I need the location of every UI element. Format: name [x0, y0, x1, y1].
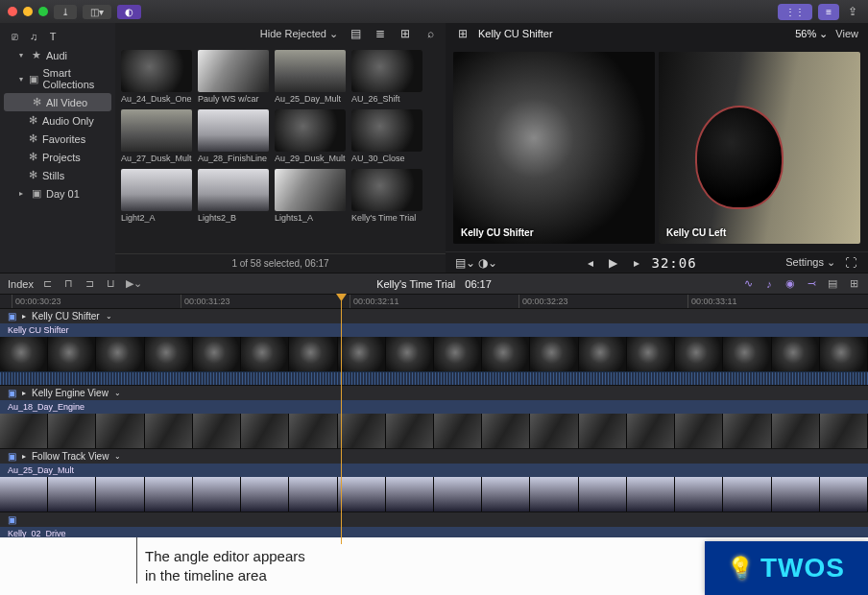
filmstrip-frame — [96, 414, 144, 448]
overwrite-clip-icon[interactable]: ⊔ — [105, 277, 118, 290]
list-view-icon[interactable]: ≣ — [373, 27, 388, 40]
filter-popup[interactable]: Hide Rejected ⌄ — [260, 28, 338, 40]
play-icon[interactable]: ▶ — [606, 256, 621, 270]
sidebar-item-favorites[interactable]: ✻ Favorites — [0, 130, 115, 148]
clip-appearance-icon[interactable]: ▤ — [826, 277, 839, 290]
sidebar-item-all-video[interactable]: ✻ All Video — [4, 93, 111, 111]
clip-item[interactable]: Lights1_A — [275, 169, 346, 223]
clip-tag[interactable]: Au_25_Day_Mult — [0, 464, 868, 477]
clip-item[interactable]: Au_24_Dusk_One — [121, 50, 192, 104]
clip-appearance-icon[interactable]: ⊞ — [398, 27, 413, 40]
clip-tag[interactable]: Kelly CU Shifter — [0, 323, 868, 337]
import-button[interactable]: ⤓ — [54, 5, 77, 19]
chevron-down-icon[interactable]: ⌄ — [114, 389, 121, 397]
clip-tag[interactable]: Au_18_Day_Engine — [0, 400, 868, 414]
fullscreen-window-button[interactable] — [38, 7, 48, 16]
clip-item[interactable]: Au_28_FinishLine — [198, 109, 269, 163]
viewer-angle[interactable]: Kelly CU Left — [659, 52, 860, 244]
titles-icon[interactable]: T — [46, 31, 60, 42]
index-button[interactable]: Index — [8, 278, 34, 290]
track-header[interactable]: ▣▸Follow Track View⌄ — [0, 449, 868, 464]
photos-icon[interactable]: ♫ — [27, 31, 40, 42]
library-icon[interactable]: ⎚ — [8, 31, 21, 42]
monitor-angle-icon[interactable]: ▣ — [8, 311, 16, 321]
track-header[interactable]: ▣▸Kelly CU Shifter⌄ — [0, 309, 868, 323]
clip-thumbnail[interactable] — [198, 50, 269, 92]
clip-thumbnail[interactable] — [121, 169, 192, 211]
layout-button-2[interactable]: ≡ — [818, 4, 839, 20]
clip-thumbnail[interactable] — [121, 109, 192, 152]
clip-thumbnail[interactable] — [351, 109, 422, 152]
clip-item[interactable]: AU_30_Close — [351, 109, 422, 163]
clip-item[interactable]: AU_26_Shift — [351, 50, 422, 104]
audio-waveform[interactable] — [0, 371, 868, 385]
close-window-button[interactable] — [8, 7, 17, 16]
track-header[interactable]: ▣ — [0, 512, 868, 527]
clip-item[interactable]: Kelly's Time Trial — [351, 169, 422, 223]
minimize-window-button[interactable] — [23, 7, 33, 16]
view-popup[interactable]: View — [835, 28, 858, 39]
clip-item[interactable]: Au_25_Day_Mult — [275, 50, 346, 104]
clip-item[interactable]: Au_29_Dusk_Mult — [275, 109, 346, 163]
disclosure-triangle-icon[interactable]: ▸ — [22, 452, 26, 461]
clip-item[interactable]: Au_27_Dusk_Mult — [121, 109, 192, 163]
filmstrip[interactable] — [0, 477, 868, 512]
layout-button-1[interactable]: ⋮⋮ — [778, 4, 812, 20]
filmstrip[interactable] — [0, 414, 868, 448]
monitor-angle-icon[interactable]: ▣ — [8, 514, 16, 525]
chevron-down-icon[interactable]: ⌄ — [106, 312, 112, 321]
clip-thumbnail[interactable] — [351, 169, 422, 211]
monitor-angle-icon[interactable]: ▣ — [8, 388, 16, 398]
insert-clip-icon[interactable]: ⊓ — [62, 277, 76, 290]
skimming-icon[interactable]: ∿ — [741, 277, 755, 290]
snapping-icon[interactable]: ⤙ — [805, 277, 818, 290]
sidebar-item-audio-only[interactable]: ✻ Audio Only — [0, 111, 115, 130]
sidebar-item-stills[interactable]: ✻ Stills — [0, 166, 115, 184]
disclosure-triangle-icon[interactable]: ▸ — [22, 389, 26, 397]
smart-collections-row[interactable]: ▾ ▣ Smart Collections — [0, 64, 115, 93]
day-row[interactable]: ▸ ▣ Day 01 — [0, 184, 115, 202]
track-header[interactable]: ▣▸Kelly Engine View⌄ — [0, 386, 868, 400]
clip-thumbnail[interactable] — [275, 169, 346, 211]
clip-item[interactable]: Lights2_B — [198, 169, 269, 223]
fullscreen-icon[interactable]: ⛶ — [843, 256, 858, 270]
prev-edit-icon[interactable]: ◂ — [583, 256, 598, 270]
keyword-button[interactable]: ◫▾ — [83, 5, 111, 19]
settings-popup[interactable]: Settings ⌄ — [785, 256, 835, 269]
append-clip-icon[interactable]: ⊐ — [84, 277, 97, 290]
tools-popup-icon[interactable]: ▶⌄ — [126, 277, 139, 290]
next-edit-icon[interactable]: ▸ — [629, 256, 644, 270]
playhead[interactable] — [341, 295, 342, 544]
zoom-popup[interactable]: 56% ⌄ — [795, 28, 828, 40]
clip-thumbnail[interactable] — [275, 50, 346, 92]
clip-thumbnail[interactable] — [121, 50, 192, 92]
filmstrip-frame — [675, 337, 723, 371]
audio-skimming-icon[interactable]: ♪ — [762, 278, 776, 290]
solo-icon[interactable]: ◉ — [784, 277, 797, 290]
event-icon: ▣ — [31, 187, 42, 200]
disclosure-triangle-icon[interactable]: ▸ — [22, 312, 26, 321]
sidebar-item-label: Audio Only — [42, 115, 94, 127]
monitor-angle-icon[interactable]: ▣ — [8, 451, 16, 462]
connect-clip-icon[interactable]: ⊏ — [41, 277, 55, 290]
background-tasks-button[interactable]: ◐ — [117, 5, 141, 19]
color-channels-icon[interactable]: ◑⌄ — [478, 256, 494, 270]
filmstrip-view-icon[interactable]: ▤ — [348, 27, 363, 40]
clip-thumbnail[interactable] — [275, 109, 346, 152]
clip-item[interactable]: Pauly WS w/car — [198, 50, 269, 104]
timeline-layout-icon[interactable]: ⊞ — [847, 277, 860, 290]
project-row[interactable]: ▾ ★ Audi — [0, 46, 115, 64]
angle-grid-icon[interactable]: ⊞ — [455, 27, 470, 40]
share-button[interactable]: ⇪ — [845, 5, 860, 18]
filmstrip[interactable] — [0, 337, 868, 371]
clip-thumbnail[interactable] — [198, 109, 269, 152]
timeline-ruler[interactable]: 00:00:30:2300:00:31:2300:00:32:1100:00:3… — [0, 294, 868, 309]
viewer-angle[interactable]: Kelly CU Shifter — [453, 52, 655, 244]
display-options-icon[interactable]: ▤⌄ — [455, 256, 470, 270]
clip-thumbnail[interactable] — [198, 169, 269, 211]
search-icon[interactable]: ⌕ — [422, 27, 438, 40]
sidebar-item-projects[interactable]: ✻ Projects — [0, 148, 115, 166]
chevron-down-icon[interactable]: ⌄ — [114, 452, 121, 461]
clip-item[interactable]: Light2_A — [121, 169, 192, 223]
clip-thumbnail[interactable] — [351, 50, 422, 92]
